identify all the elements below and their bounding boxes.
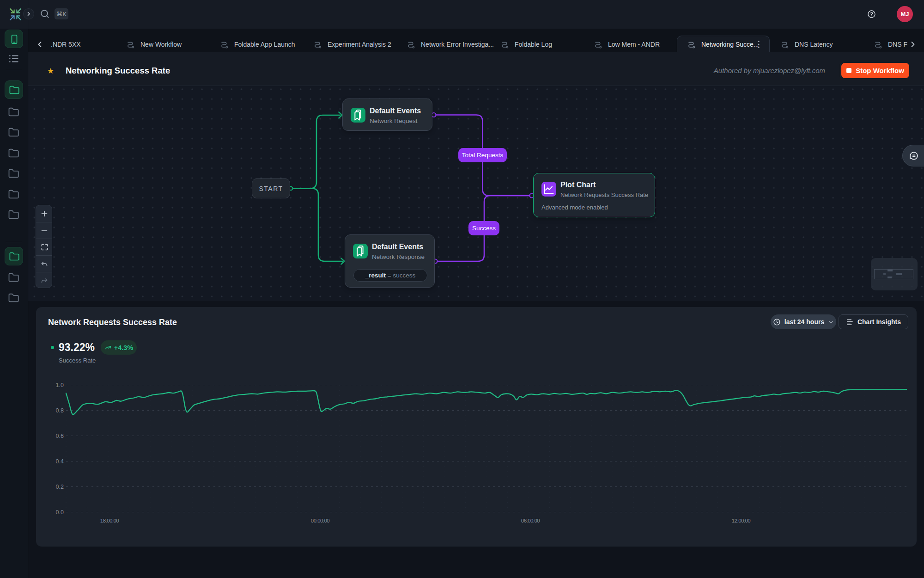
svg-text:0.0: 0.0 xyxy=(56,509,64,516)
svg-text:00:00:00: 00:00:00 xyxy=(311,518,330,523)
svg-text:0.2: 0.2 xyxy=(56,484,64,490)
svg-text:0.8: 0.8 xyxy=(56,407,64,414)
svg-text:0.6: 0.6 xyxy=(56,433,64,439)
svg-text:12:00:00: 12:00:00 xyxy=(732,518,751,523)
svg-text:0.4: 0.4 xyxy=(56,458,64,465)
svg-text:06:00:00: 06:00:00 xyxy=(521,518,540,523)
svg-text:18:00:00: 18:00:00 xyxy=(100,518,119,523)
svg-text:1.0: 1.0 xyxy=(56,382,64,388)
